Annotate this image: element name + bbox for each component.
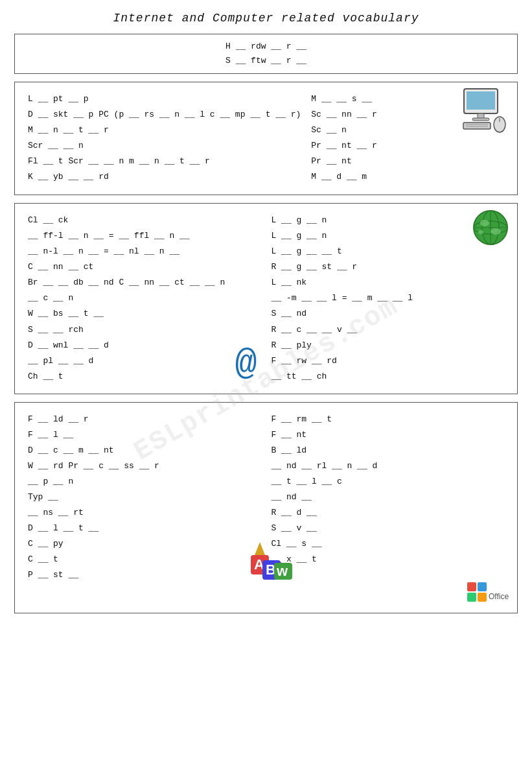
svg-point-14	[480, 220, 489, 226]
ms-office-icon: Office	[467, 582, 509, 605]
vocab-item: Br __ __ db __ nd C __ nn __ ct __ __ n	[28, 275, 261, 290]
svg-text:Office: Office	[489, 592, 509, 601]
vocab-item: F __ nt	[272, 427, 505, 443]
intro-box: H __ rdw __ r __ S __ ftw __ r __	[14, 34, 518, 74]
vocab-item: C __ t	[28, 552, 261, 567]
section1-cols: L __ pt __ pD __ skt __ p PC (p __ rs __…	[23, 88, 509, 189]
vocab-item: S __ nd	[272, 306, 505, 322]
section2-left: Cl __ ck__ ff-l __ n __ = __ ffl __ n __…	[23, 209, 266, 388]
intro-line2: S __ ftw __ r __	[23, 54, 509, 68]
vocab-item: __ c __ n	[28, 290, 261, 306]
vocab-item: Cl __ s __	[272, 536, 505, 552]
globe-icon-area	[472, 209, 509, 249]
page-title: Internet and Computer related vocabulary	[14, 12, 518, 25]
vocab-item: F __ l __	[28, 427, 261, 443]
intro-line1: H __ rdw __ r __	[23, 40, 509, 54]
svg-rect-27	[478, 593, 487, 602]
svg-point-15	[491, 228, 501, 235]
vocab-item: C __ nn __ ct	[28, 259, 261, 275]
vocab-item: D __ c __ m __ nt	[28, 443, 261, 458]
vocab-item: F __ rw __ rd	[272, 353, 505, 369]
svg-marker-23	[255, 542, 265, 555]
vocab-item: F __ rm __ t	[272, 412, 505, 427]
svg-point-16	[478, 230, 483, 234]
vocab-item: Pr __ nt	[311, 154, 504, 169]
vocab-item: B __ ld	[272, 443, 505, 458]
computer-icon	[461, 88, 509, 133]
vocab-item: M __ d __ m	[311, 169, 504, 185]
vocab-item: Scr __ __ n	[28, 138, 301, 154]
vocab-item: Ch __ t	[28, 369, 261, 385]
section2-cols: Cl __ ck__ ff-l __ n __ = __ ffl __ n __…	[23, 209, 509, 388]
svg-rect-25	[478, 582, 487, 591]
vocab-item: F __ ld __ r	[28, 412, 261, 427]
section1-box: L __ pt __ pD __ skt __ p PC (p __ rs __…	[14, 82, 518, 195]
vocab-item: Fl __ t Scr __ __ n m __ n __ t __ r	[28, 154, 301, 169]
section1-left: L __ pt __ pD __ skt __ p PC (p __ rs __…	[23, 88, 306, 189]
vocab-item: K __ yb __ __ rd	[28, 169, 301, 185]
abc-icon: A B w	[251, 542, 303, 584]
vocab-item: S __ __ rch	[28, 322, 261, 338]
section3-right: F __ rm __ tF __ ntB __ ld__ nd __ rl __…	[266, 408, 510, 587]
vocab-item: __ p __ n	[28, 474, 261, 490]
vocab-item: Pr __ nt __ r	[311, 138, 504, 154]
vocab-item: W __ rd Pr __ c __ ss __ r	[28, 458, 261, 474]
office-icon-area: Office	[467, 582, 509, 608]
svg-rect-3	[472, 118, 489, 121]
svg-rect-24	[467, 582, 476, 591]
vocab-item: __ ns __ rt	[28, 505, 261, 521]
vocab-item: Typ __	[28, 490, 261, 505]
vocab-item: D __ wnl __ __ d	[28, 338, 261, 353]
vocab-item: R __ g __ st __ r	[272, 259, 505, 275]
vocab-item: __ x __ t	[272, 552, 505, 567]
section3-box: F __ ld __ rF __ l __D __ c __ m __ ntW …	[14, 402, 518, 614]
vocab-item: R __ d __	[272, 505, 505, 521]
section3-left: F __ ld __ rF __ l __D __ c __ m __ ntW …	[23, 408, 266, 587]
vocab-item: D __ l __ t __	[28, 521, 261, 536]
vocab-item: S __ v __	[272, 521, 505, 536]
vocab-item: __ nd __	[272, 490, 505, 505]
svg-rect-1	[467, 91, 495, 110]
vocab-item: __ tt __ ch	[272, 369, 505, 385]
svg-text:w: w	[276, 563, 288, 579]
vocab-item: P __ st __	[28, 567, 261, 583]
svg-rect-26	[467, 593, 476, 602]
section2-box: Cl __ ck__ ff-l __ n __ = __ ffl __ n __…	[14, 203, 518, 394]
svg-rect-4	[463, 123, 491, 129]
vocab-item: R __ ply	[272, 338, 505, 353]
vocab-item: __ -m __ __ l = __ m __ __ l	[272, 290, 505, 306]
vocab-item: __ pl __ __ d	[28, 353, 261, 369]
abc-icon-area: A B w	[251, 542, 303, 587]
vocab-item: __ nd __ rl __ n __ d	[272, 458, 505, 474]
vocab-item: L __ pt __ p	[28, 91, 301, 107]
vocab-item: L __ nk	[272, 275, 505, 290]
vocab-item: L __ g __ n	[272, 228, 505, 244]
vocab-item: __ n-l __ n __ = __ nl __ n __	[28, 244, 261, 259]
at-sign-icon: @	[235, 346, 257, 382]
vocab-item: __ t __ l __ c	[272, 474, 505, 490]
vocab-item: M __ n __ t __ r	[28, 123, 301, 138]
computer-icon-area	[461, 88, 509, 136]
vocab-item: Cl __ ck	[28, 213, 261, 228]
vocab-item: D __ skt __ p PC (p __ rs __ n __ l c __…	[28, 107, 301, 123]
vocab-item: C __ py	[28, 536, 261, 552]
globe-icon	[472, 209, 509, 246]
vocab-item: L __ g __ n	[272, 213, 505, 228]
vocab-item: R __ c __ __ v __	[272, 322, 505, 338]
vocab-item: W __ bs __ t __	[28, 306, 261, 322]
vocab-item: __ ff-l __ n __ = __ ffl __ n __	[28, 228, 261, 244]
vocab-item: L __ g __ __ t	[272, 244, 505, 259]
